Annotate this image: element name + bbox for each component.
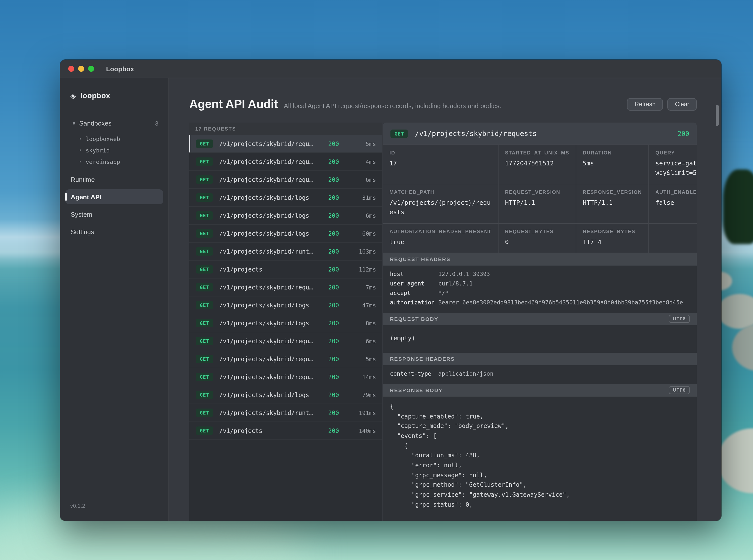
request-list-item[interactable]: GET /v1/projects/skybrid/requ… 200 6ms: [189, 171, 382, 189]
zoom-button[interactable]: [88, 66, 94, 72]
response-headers-list: content-type application/json: [383, 365, 697, 384]
request-list-item[interactable]: GET /v1/projects/skybrid/logs 200 31ms: [189, 189, 382, 207]
request-list-item[interactable]: GET /v1/projects/skybrid/requ… 200 4ms: [189, 153, 382, 171]
header-value: 127.0.0.1:39393: [438, 271, 490, 278]
field-label: AUTHORIZATION_HEADER_PRESENT: [389, 228, 491, 234]
method-badge: GET: [196, 319, 213, 327]
request-list-item[interactable]: GET /v1/projects/skybrid/requ… 200 6ms: [189, 332, 382, 350]
request-list-item[interactable]: GET /v1/projects 200 112ms: [189, 261, 382, 279]
sandbox-name: vereinsapp: [86, 158, 120, 165]
request-list-item[interactable]: GET /v1/projects/skybrid/logs 200 60ms: [189, 225, 382, 243]
refresh-button[interactable]: Refresh: [627, 98, 663, 111]
request-duration: 6ms: [350, 338, 376, 344]
detail-field-cell: DURATION 5ms: [576, 145, 648, 184]
field-value: false: [655, 198, 697, 207]
method-badge: GET: [196, 211, 213, 220]
request-duration: 6ms: [350, 176, 376, 183]
app-version: v0.1.2: [70, 503, 85, 509]
request-list-item[interactable]: GET /v1/projects 200 140ms: [189, 422, 382, 440]
field-label: DURATION: [583, 150, 642, 156]
close-button[interactable]: [68, 66, 74, 72]
bullet-icon: [80, 161, 81, 162]
header-row: host 127.0.0.1:39393: [383, 269, 697, 279]
sandbox-list: loopboxweb skybrid vereinsapp: [60, 133, 168, 167]
status-code: 200: [328, 194, 350, 201]
response-body-content: { "capture_enabled": true, "capture_mode…: [383, 397, 697, 515]
content-columns: 17 REQUESTS GET /v1/projects/skybrid/req…: [189, 123, 697, 521]
request-path: /v1/projects: [219, 266, 328, 273]
request-list-item[interactable]: GET /v1/projects/skybrid/logs 200 79ms: [189, 386, 382, 404]
rock: [717, 428, 753, 493]
request-headers-title: REQUEST HEADERS: [390, 256, 450, 262]
method-badge: GET: [196, 247, 213, 256]
field-label: AUTH_ENABLED: [655, 189, 697, 195]
status-code: 200: [328, 248, 350, 255]
request-list-item[interactable]: GET /v1/projects/skybrid/logs 200 8ms: [189, 314, 382, 332]
request-duration: 4ms: [350, 158, 376, 165]
minimize-button[interactable]: [78, 66, 84, 72]
sidebar-nav: Runtime Agent API System Settings: [60, 172, 168, 239]
detail-field-cell: [649, 223, 697, 253]
stage: Loopbox ◈ loopbox Sandboxes 3: [0, 0, 753, 560]
request-duration: 31ms: [350, 194, 376, 201]
sidebar-nav-item[interactable]: Settings: [65, 224, 163, 239]
header-value: application/json: [438, 371, 493, 377]
field-label: REQUEST_VERSION: [505, 189, 569, 195]
request-list-item[interactable]: GET /v1/projects/skybrid/requ… 200 7ms: [189, 279, 382, 297]
request-path: /v1/projects/skybrid/logs: [219, 302, 328, 309]
method-badge: GET: [196, 175, 213, 184]
header-key: authorization: [390, 299, 438, 306]
status-code: 200: [328, 338, 350, 344]
method-badge: GET: [196, 355, 213, 363]
request-list-item[interactable]: GET /v1/projects/skybrid/requ… 200 14ms: [189, 368, 382, 386]
request-path: /v1/projects/skybrid/requ…: [219, 158, 328, 165]
response-headers-bar: RESPONSE HEADERS: [383, 353, 697, 365]
sandboxes-count: 3: [155, 120, 158, 127]
request-duration: 191ms: [350, 409, 376, 416]
requests-panel-header: 17 REQUESTS: [189, 123, 382, 135]
request-list-item[interactable]: GET /v1/projects/skybrid/runt… 200 163ms: [189, 243, 382, 261]
request-duration: 8ms: [350, 320, 376, 326]
sidebar-nav-item[interactable]: System: [65, 207, 163, 222]
request-path: /v1/projects/skybrid/requ…: [219, 374, 328, 380]
request-list-item[interactable]: GET /v1/projects/skybrid/requ… 200 5ms: [189, 350, 382, 368]
request-path: /v1/projects/skybrid/logs: [219, 194, 328, 201]
sidebar-section-sandboxes[interactable]: Sandboxes 3: [73, 120, 158, 127]
window-scrollbar-thumb[interactable]: [716, 105, 719, 126]
method-badge: GET: [196, 426, 213, 435]
nav-item-label: System: [71, 211, 93, 218]
detail-field-cell: MATCHED_PATH /v1/projects/{project}/requ…: [383, 184, 498, 223]
request-list-item[interactable]: GET /v1/projects/skybrid/logs 200 47ms: [189, 297, 382, 314]
status-code: 200: [328, 266, 350, 273]
detail-field-cell: RESPONSE_BYTES 11714: [576, 223, 648, 253]
request-path: /v1/projects/skybrid/requ…: [219, 356, 328, 362]
nav-item-label: Runtime: [71, 176, 95, 183]
field-value: true: [389, 237, 491, 247]
method-badge: GET: [196, 408, 213, 417]
page-title: Agent API Audit: [189, 97, 278, 111]
request-list-item[interactable]: GET /v1/projects/skybrid/runt… 200 191ms: [189, 404, 382, 422]
traffic-lights: [68, 66, 94, 72]
request-path: /v1/projects/skybrid/requ…: [219, 284, 328, 291]
encoding-badge: UTF8: [669, 315, 690, 323]
detail-field-cell: ID 17: [383, 145, 498, 184]
sidebar-nav-item[interactable]: Agent API: [65, 189, 163, 204]
sandbox-list-item[interactable]: skybrid: [60, 144, 168, 156]
method-badge: GET: [196, 193, 213, 202]
sidebar: ◈ loopbox Sandboxes 3 loopboxweb: [60, 78, 169, 521]
detail-field-cell: AUTHORIZATION_HEADER_PRESENT true: [383, 223, 498, 253]
status-code: 200: [328, 409, 350, 416]
window-title: Loopbox: [106, 65, 134, 73]
request-list-item[interactable]: GET /v1/projects/skybrid/requ… 200 5ms: [189, 135, 382, 153]
sandbox-list-item[interactable]: loopboxweb: [60, 133, 168, 144]
request-list-item[interactable]: GET /v1/projects/skybrid/logs 200 6ms: [189, 207, 382, 225]
field-value: 5ms: [583, 158, 642, 168]
clear-button[interactable]: Clear: [668, 98, 697, 111]
request-body-content: (empty): [383, 325, 697, 353]
main-area: Agent API Audit All local Agent API requ…: [169, 78, 721, 521]
request-detail-panel: GET /v1/projects/skybrid/requests 200 ID…: [383, 123, 697, 521]
sidebar-nav-item[interactable]: Runtime: [65, 172, 163, 187]
sandbox-list-item[interactable]: vereinsapp: [60, 156, 168, 167]
nav-item-label: Agent API: [71, 193, 101, 201]
method-badge: GET: [196, 373, 213, 381]
